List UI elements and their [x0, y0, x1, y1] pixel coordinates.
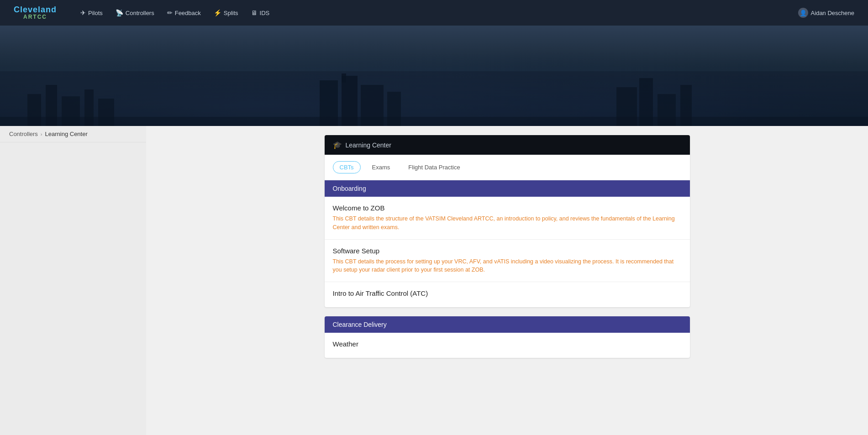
brand-subtitle: ARTCC — [14, 14, 57, 20]
nav-controllers-label: Controllers — [126, 10, 154, 16]
cbt-welcome-title: Welcome to ZOB — [333, 204, 682, 212]
navbar: Cleveland ARTCC ✈ Pilots 📡 Controllers ✏… — [0, 0, 868, 26]
tab-cbts[interactable]: CBTs — [333, 161, 361, 173]
nav-feedback-label: Feedback — [175, 10, 201, 16]
nav-ids-label: IDS — [260, 10, 270, 16]
nav-controllers[interactable]: 📡 Controllers — [110, 6, 160, 19]
tab-bar: CBTs Exams Flight Data Practice — [325, 155, 690, 180]
feedback-icon: ✏ — [167, 9, 173, 16]
user-menu[interactable]: 👤 Aidan Deschene — [798, 8, 854, 18]
brand[interactable]: Cleveland ARTCC — [14, 5, 57, 21]
breadcrumb: Controllers › Learning Center — [0, 126, 146, 142]
nav-items: ✈ Pilots 📡 Controllers ✏ Feedback ⚡ Spli… — [75, 6, 798, 19]
svg-rect-8 — [342, 73, 346, 83]
main-content: 🎓 Learning Center CBTs Exams Flight Data… — [146, 126, 868, 435]
nav-pilots[interactable]: ✈ Pilots — [75, 6, 108, 19]
nav-splits-label: Splits — [224, 10, 238, 16]
splits-icon: ⚡ — [214, 9, 221, 16]
user-name: Aidan Deschene — [811, 10, 854, 16]
cbt-software-setup[interactable]: Software Setup This CBT details the proc… — [325, 240, 690, 283]
cbt-software-desc: This CBT details the process for setting… — [333, 257, 682, 275]
cbt-weather[interactable]: Weather — [325, 333, 690, 358]
onboarding-section-header: Onboarding — [325, 180, 690, 197]
user-avatar-icon: 👤 — [798, 8, 808, 18]
hero-banner — [0, 26, 868, 126]
nav-feedback[interactable]: ✏ Feedback — [162, 6, 206, 19]
cbt-welcome-desc: This CBT details the structure of the VA… — [333, 215, 682, 232]
nav-splits[interactable]: ⚡ Splits — [208, 6, 244, 19]
learning-center-card: 🎓 Learning Center CBTs Exams Flight Data… — [325, 135, 690, 307]
breadcrumb-current: Learning Center — [45, 131, 88, 137]
clearance-delivery-section-header: Clearance Delivery — [325, 316, 690, 333]
cbt-intro-title: Intro to Air Traffic Control (ATC) — [333, 289, 682, 297]
nav-pilots-label: Pilots — [88, 10, 103, 16]
learning-center-title: Learning Center — [346, 142, 391, 149]
clearance-delivery-card: Clearance Delivery Weather — [325, 316, 690, 358]
ids-icon: 🖥 — [251, 9, 258, 16]
page-body: Controllers › Learning Center 🎓 Learning… — [0, 126, 868, 435]
cbt-intro-atc[interactable]: Intro to Air Traffic Control (ATC) — [325, 282, 690, 307]
cbt-software-title: Software Setup — [333, 247, 682, 255]
city-silhouette — [0, 71, 868, 126]
nav-ids[interactable]: 🖥 IDS — [246, 6, 275, 19]
cbt-welcome-to-zob[interactable]: Welcome to ZOB This CBT details the stru… — [325, 197, 690, 240]
pilots-icon: ✈ — [80, 9, 86, 16]
sidebar: Controllers › Learning Center — [0, 126, 146, 435]
learning-center-icon: 🎓 — [333, 141, 342, 149]
svg-rect-15 — [0, 117, 868, 126]
brand-name: Cleveland — [14, 5, 57, 15]
controllers-icon: 📡 — [116, 9, 123, 16]
breadcrumb-separator: › — [41, 131, 42, 137]
breadcrumb-parent[interactable]: Controllers — [9, 131, 38, 137]
tab-exams[interactable]: Exams — [365, 161, 397, 173]
cbt-weather-title: Weather — [333, 340, 682, 348]
tab-flight-data-practice[interactable]: Flight Data Practice — [401, 161, 467, 173]
learning-center-header: 🎓 Learning Center — [325, 135, 690, 155]
